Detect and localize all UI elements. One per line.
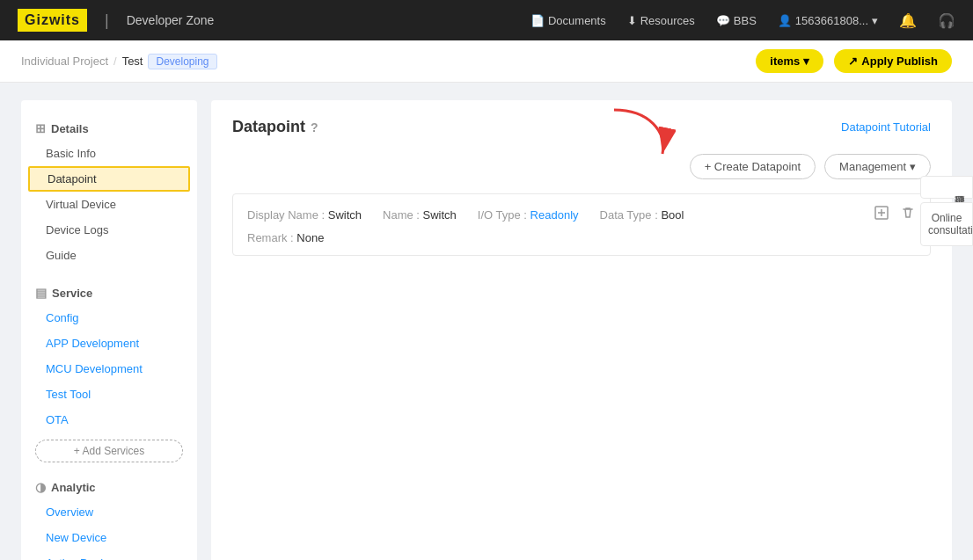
sidebar-item-overview[interactable]: Overview [21,499,197,525]
page-title: Datapoint ? [232,118,318,136]
actions-area: + Create Datapoint Management ▾ [232,154,931,179]
breadcrumb-current: Test [122,55,143,68]
sidebar-item-ota[interactable]: OTA [21,407,197,433]
create-datapoint-button[interactable]: + Create Datapoint [690,154,816,179]
remark-field: Remark : None [247,231,916,244]
sidebar-analytic-section: ◑ Analytic [21,473,197,499]
chevron-down-icon: ▾ [910,160,916,173]
header-divider: | [105,11,109,30]
datapoint-top-row: Display Name : Switch Name : Switch I/O … [247,205,916,224]
nav-resources[interactable]: ⬇ Resources [627,14,695,27]
data-type-field: Data Type : Bool [600,208,684,222]
headset-icon[interactable]: 🎧 [938,12,955,29]
header: Gizwits | Developer Zone 📄 Documents ⬇ R… [0,0,973,40]
management-button[interactable]: Management ▾ [824,154,931,179]
items-button[interactable]: items ▾ [756,49,823,73]
breadcrumb-bar: Individual Project / Test Developing ite… [0,40,973,83]
breadcrumb: Individual Project / Test Developing [21,54,217,69]
status-badge: Developing [148,54,216,69]
delete-icon[interactable] [900,205,916,224]
nav-user[interactable]: 👤 1563661808... ▾ [778,14,878,27]
io-type-field: I/O Type : Readonly [478,208,579,222]
main-layout: ⊞ Details Basic Info Datapoint Virtual D… [0,83,973,560]
sidebar: ⊞ Details Basic Info Datapoint Virtual D… [21,100,197,560]
nav-documents[interactable]: 📄 Documents [530,14,606,27]
sidebar-details-section: ⊞ Details [21,114,197,141]
online-consultation-tab[interactable]: Online consultation [920,202,973,246]
breadcrumb-actions: items ▾ ↗ Apply Publish [756,49,952,73]
sidebar-item-test-tool[interactable]: Test Tool [21,382,197,407]
sidebar-item-virtual-device[interactable]: Virtual Device [21,192,197,217]
service-icon: ▤ [35,286,47,300]
display-name-field: Display Name : Switch [247,208,362,222]
sidebar-item-device-logs[interactable]: Device Logs [21,217,197,243]
bell-icon[interactable]: 🔔 [899,12,917,29]
main-content: Datapoint ? Datapoint Tutorial + Create … [211,100,952,560]
edit-icon[interactable] [874,205,889,224]
sidebar-item-datapoint[interactable]: Datapoint [28,166,190,192]
breadcrumb-parent[interactable]: Individual Project [21,55,108,68]
datapoint-actions [874,205,916,224]
bbs-icon: 💬 [716,14,730,27]
datapoint-card: Display Name : Switch Name : Switch I/O … [232,193,931,256]
right-panel: 项目登记 Online consultation [920,176,973,250]
sidebar-item-app-development[interactable]: APP Development [21,331,197,356]
resources-icon: ⬇ [627,14,637,27]
add-services-button[interactable]: + Add Services [35,440,183,462]
name-field: Name : Switch [383,208,457,222]
documents-icon: 📄 [530,14,545,27]
chevron-down-icon: ▾ [803,55,809,68]
help-icon[interactable]: ? [311,120,318,135]
project-registration-tab[interactable]: 项目登记 [920,176,973,199]
actions-bar: + Create Datapoint Management ▾ [232,154,931,179]
sidebar-item-guide[interactable]: Guide [21,243,197,268]
developer-zone: Developer Zone [127,13,215,27]
breadcrumb-separator: / [113,55,117,68]
sidebar-item-mcu-development[interactable]: MCU Development [21,356,197,382]
sidebar-item-config[interactable]: Config [21,305,197,331]
sidebar-service-section: ▤ Service [21,279,197,305]
datapoint-info: Display Name : Switch Name : Switch I/O … [247,208,684,222]
header-nav: 📄 Documents ⬇ Resources 💬 BBS 👤 15636618… [530,12,955,29]
sidebar-item-active-devices[interactable]: Active Devices [21,550,197,560]
nav-bbs[interactable]: 💬 BBS [716,14,757,27]
page-title-row: Datapoint ? Datapoint Tutorial [232,118,931,136]
apply-publish-button[interactable]: ↗ Apply Publish [834,49,952,73]
user-icon: 👤 [778,14,792,27]
publish-icon: ↗ [848,55,858,68]
tutorial-link[interactable]: Datapoint Tutorial [841,120,931,134]
red-arrow-indicator [596,105,676,163]
analytic-icon: ◑ [35,480,46,494]
sidebar-item-basic-info[interactable]: Basic Info [21,141,197,166]
logo[interactable]: Gizwits [18,9,87,32]
grid-icon: ⊞ [35,121,46,135]
sidebar-item-new-device[interactable]: New Device [21,525,197,550]
chevron-down-icon: ▾ [872,14,878,27]
